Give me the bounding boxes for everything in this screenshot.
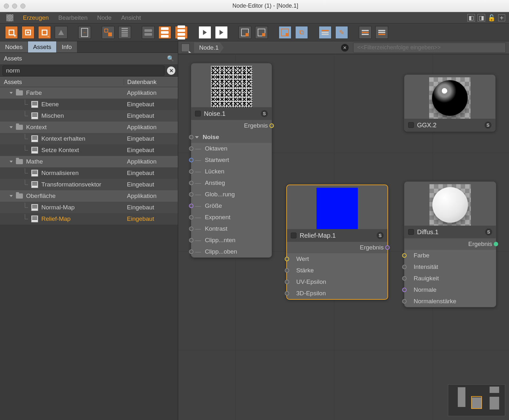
group-button[interactable] xyxy=(102,26,115,39)
node-relief-map[interactable]: Relief-Map.1S Ergebnis Wert Stärke UV-Ep… xyxy=(286,185,388,300)
material-icon[interactable] xyxy=(181,44,190,52)
node-diffus[interactable]: Diffus.1S Ergebnis Farbe Intensität Raui… xyxy=(404,181,496,307)
tree-cat-kontext[interactable]: Kontext xyxy=(26,124,46,131)
triangle-button[interactable] xyxy=(55,26,67,39)
input-port[interactable] xyxy=(189,158,193,162)
close-icon[interactable]: ✕ xyxy=(341,44,349,52)
input-port[interactable] xyxy=(189,181,193,185)
col-datenbank[interactable]: Datenbank xyxy=(124,79,178,86)
chevron-down-icon[interactable] xyxy=(10,195,13,197)
tree-item[interactable]: Setze Kontext xyxy=(41,147,79,154)
window-controls[interactable] xyxy=(4,4,25,9)
grip-button[interactable] xyxy=(118,26,131,39)
input-port[interactable] xyxy=(189,215,193,220)
rows-collapsed-button[interactable] xyxy=(142,26,155,39)
screen-br-button[interactable] xyxy=(255,26,268,39)
input-port[interactable] xyxy=(402,276,407,281)
input-label: UV-Epsilon xyxy=(296,278,326,285)
assets-tree[interactable]: FarbeApplikation EbeneEingebaut MischenE… xyxy=(0,87,178,420)
tree-item-relief-map[interactable]: Relief-Map xyxy=(41,215,71,222)
tree-item[interactable]: Normalisieren xyxy=(41,170,79,177)
arrange-in-button[interactable] xyxy=(359,26,372,39)
solo-icon[interactable]: S xyxy=(485,122,492,129)
lock-icon[interactable]: 🔓 xyxy=(488,14,496,22)
tree-item[interactable]: Kontext erhalten xyxy=(41,135,85,142)
input-port[interactable] xyxy=(285,268,289,273)
tree-item[interactable]: Ebene xyxy=(41,101,59,108)
chevron-down-icon[interactable] xyxy=(10,92,13,94)
search-icon[interactable]: 🔍 xyxy=(167,55,174,62)
import-button[interactable] xyxy=(78,26,91,39)
sidebar-tabs: Nodes Assets Info xyxy=(0,41,178,53)
node-graph[interactable]: Node.1 ✕ Noise.1S Ergebnis Noise —Oktave… xyxy=(178,41,509,420)
node-icon xyxy=(31,112,38,119)
play-button[interactable] xyxy=(199,26,211,39)
input-port[interactable] xyxy=(285,280,289,284)
screen-bl-button[interactable] xyxy=(239,26,251,39)
tab-info[interactable]: Info xyxy=(57,41,77,52)
input-port[interactable] xyxy=(189,146,193,151)
align-button[interactable] xyxy=(319,26,331,39)
solo-icon[interactable]: S xyxy=(485,228,492,235)
breadcrumb[interactable]: Node.1 xyxy=(194,42,224,53)
highlight-button[interactable]: ✎ xyxy=(335,26,348,39)
rows-full-button[interactable] xyxy=(175,26,188,39)
tab-nodes[interactable]: Nodes xyxy=(0,41,28,52)
input-port[interactable] xyxy=(189,227,193,231)
layout-toggle-right-icon[interactable]: ◨ xyxy=(478,14,485,22)
new-node-button[interactable] xyxy=(5,26,18,39)
node-preview xyxy=(317,188,358,229)
chevron-down-icon[interactable] xyxy=(10,126,13,128)
input-port[interactable] xyxy=(189,249,193,254)
add-panel-icon[interactable]: ＋ xyxy=(498,14,505,21)
input-port[interactable] xyxy=(402,299,407,304)
node-ggx[interactable]: GGX.2S xyxy=(404,74,496,132)
rows-mid-button[interactable] xyxy=(158,26,171,39)
tree-item[interactable]: Mischen xyxy=(41,112,64,119)
select-node-button[interactable] xyxy=(22,26,34,39)
output-port[interactable] xyxy=(494,242,498,246)
menu-bearbeiten[interactable]: Bearbeiten xyxy=(58,14,87,21)
minimap[interactable] xyxy=(448,384,505,416)
tree-cat-mathe[interactable]: Mathe xyxy=(26,158,43,165)
node-noise[interactable]: Noise.1S Ergebnis Noise —Oktaven —Startw… xyxy=(191,63,272,258)
output-port[interactable] xyxy=(269,123,274,128)
arrange-out-button[interactable] xyxy=(375,26,388,39)
titlebar: Node-Editor (1) - [Node.1] xyxy=(0,0,509,12)
input-port[interactable] xyxy=(402,253,407,258)
tree-cat-farbe[interactable]: Farbe xyxy=(26,89,42,96)
tree-item[interactable]: Normal-Map xyxy=(41,204,75,211)
solo-icon[interactable]: S xyxy=(261,110,268,117)
tab-assets[interactable]: Assets xyxy=(28,41,57,52)
input-port[interactable] xyxy=(189,169,193,174)
chevron-down-icon[interactable] xyxy=(195,136,199,138)
solo-icon[interactable]: S xyxy=(377,232,384,239)
menu-node[interactable]: Node xyxy=(97,14,111,21)
input-port[interactable] xyxy=(285,257,289,261)
snap-button[interactable]: ⧉ xyxy=(295,26,308,39)
col-assets[interactable]: Assets xyxy=(0,79,124,86)
play-step-button[interactable] xyxy=(215,26,228,39)
output-port[interactable] xyxy=(385,245,390,250)
input-port[interactable] xyxy=(189,204,193,208)
layout-toggle-left-icon[interactable]: ◧ xyxy=(467,14,475,22)
clear-filter-icon[interactable]: ✕ xyxy=(167,66,175,75)
export-node-button[interactable] xyxy=(38,26,51,39)
input-port[interactable] xyxy=(285,291,289,296)
input-port[interactable] xyxy=(189,192,193,197)
frame-button[interactable] xyxy=(279,26,291,39)
node-icon xyxy=(31,170,38,177)
tree-cat-oberflaeche[interactable]: Oberfläche xyxy=(26,192,56,200)
input-port[interactable] xyxy=(402,288,407,292)
assets-filter-input[interactable] xyxy=(3,66,164,76)
chevron-down-icon[interactable] xyxy=(10,161,13,163)
graph-filter-input[interactable] xyxy=(353,43,506,53)
menu-erzeugen[interactable]: Erzeugen xyxy=(23,14,49,21)
tree-item[interactable]: Transformationsvektor xyxy=(41,181,101,188)
input-port[interactable] xyxy=(189,238,193,242)
input-label: Startwert xyxy=(205,157,229,164)
input-port[interactable] xyxy=(402,265,407,269)
window-title: Node-Editor (1) - [Node.1] xyxy=(25,3,505,9)
menu-ansicht[interactable]: Ansicht xyxy=(121,14,141,21)
group-port[interactable] xyxy=(189,135,193,139)
